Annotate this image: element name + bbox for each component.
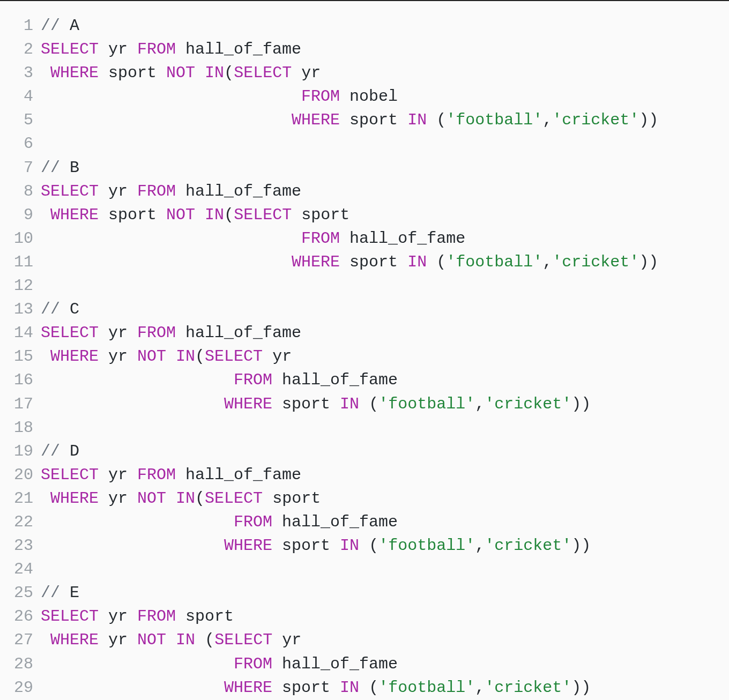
token: WHERE	[50, 206, 99, 224]
token: FROM	[234, 655, 272, 673]
line-number: 1	[0, 14, 41, 38]
code-content: SELECT yr FROM sport	[41, 605, 729, 628]
token: ,	[475, 679, 485, 697]
token: WHERE	[224, 679, 272, 697]
token: sport	[272, 679, 340, 697]
token	[41, 253, 292, 271]
code-line: 11 WHERE sport IN ('football','cricket')…	[0, 250, 729, 274]
token	[359, 679, 369, 697]
token: ))	[571, 537, 591, 555]
code-content: SELECT yr FROM hall_of_fame	[41, 180, 729, 203]
code-line: 26SELECT yr FROM sport	[0, 605, 729, 628]
code-line: 3 WHERE sport NOT IN(SELECT yr	[0, 61, 729, 85]
code-content	[41, 416, 729, 440]
code-block: 1// A2SELECT yr FROM hall_of_fame3 WHERE…	[0, 1, 729, 700]
code-line: 21 WHERE yr NOT IN(SELECT sport	[0, 487, 729, 510]
token: FROM	[137, 182, 176, 200]
code-content: SELECT yr FROM hall_of_fame	[41, 463, 729, 487]
code-content	[41, 557, 729, 581]
token: IN	[176, 347, 195, 366]
token: (	[195, 347, 205, 366]
token: IN	[407, 111, 427, 129]
token: sport	[340, 111, 407, 129]
token: NOT	[166, 206, 195, 224]
code-line: 25// E	[0, 581, 729, 605]
token: (	[436, 111, 446, 129]
token: (	[195, 489, 205, 508]
code-content: WHERE sport IN ('football','cricket'))	[41, 676, 729, 699]
token: ,	[542, 253, 552, 271]
token: sport	[292, 206, 349, 224]
token: SELECT	[41, 182, 99, 200]
token	[41, 111, 292, 129]
token: IN	[176, 631, 195, 649]
line-number: 22	[0, 510, 41, 534]
code-content: WHERE sport IN ('football','cricket'))	[41, 108, 729, 132]
line-number: 29	[0, 676, 41, 699]
code-line: 17 WHERE sport IN ('football','cricket')…	[0, 392, 729, 416]
line-number: 4	[0, 85, 41, 108]
token: SELECT	[41, 324, 99, 342]
token: ,	[475, 395, 485, 413]
token: IN	[340, 537, 359, 555]
token: SELECT	[41, 466, 99, 484]
token: 'football'	[446, 253, 542, 271]
token: SELECT	[41, 607, 99, 625]
token: WHERE	[224, 395, 272, 413]
token: SELECT	[234, 64, 292, 82]
token: yr	[99, 347, 137, 366]
token: (	[436, 253, 446, 271]
token: //	[41, 442, 70, 460]
code-line: 20SELECT yr FROM hall_of_fame	[0, 463, 729, 487]
code-content	[41, 274, 729, 297]
line-number: 12	[0, 274, 41, 297]
token	[359, 537, 369, 555]
token: hall_of_fame	[272, 513, 398, 531]
token	[427, 253, 436, 271]
token	[195, 64, 205, 82]
token: A	[70, 17, 79, 35]
code-content: FROM hall_of_fame	[41, 368, 729, 392]
code-line: 7// B	[0, 156, 729, 180]
token: WHERE	[50, 489, 99, 508]
token: (	[369, 679, 378, 697]
token: D	[70, 442, 79, 460]
token: sport	[176, 607, 234, 625]
code-line: 12	[0, 274, 729, 297]
line-number: 26	[0, 605, 41, 628]
line-number: 3	[0, 61, 41, 85]
token: nobel	[340, 87, 398, 106]
token: hall_of_fame	[272, 371, 398, 389]
token	[166, 631, 176, 649]
token: IN	[205, 206, 224, 224]
token: yr	[292, 64, 321, 82]
line-number: 7	[0, 156, 41, 180]
line-number: 25	[0, 581, 41, 605]
code-line: 14SELECT yr FROM hall_of_fame	[0, 321, 729, 345]
line-number: 15	[0, 345, 41, 368]
line-number: 18	[0, 416, 41, 440]
token: SELECT	[234, 206, 292, 224]
token: IN	[176, 489, 195, 508]
token	[427, 111, 436, 129]
code-content: // D	[41, 440, 729, 463]
code-content: FROM nobel	[41, 85, 729, 108]
code-content: // B	[41, 156, 729, 180]
token: FROM	[137, 324, 176, 342]
token	[41, 513, 234, 531]
code-line: 9 WHERE sport NOT IN(SELECT sport	[0, 203, 729, 227]
code-content: WHERE yr NOT IN(SELECT yr	[41, 345, 729, 368]
code-line: 18	[0, 416, 729, 440]
code-line: 27 WHERE yr NOT IN (SELECT yr	[0, 628, 729, 652]
token	[41, 64, 50, 82]
token	[359, 395, 369, 413]
code-line: 2SELECT yr FROM hall_of_fame	[0, 38, 729, 61]
token: ))	[639, 111, 658, 129]
line-number: 5	[0, 108, 41, 132]
code-container: 1// A2SELECT yr FROM hall_of_fame3 WHERE…	[0, 0, 729, 700]
code-line: 15 WHERE yr NOT IN(SELECT yr	[0, 345, 729, 368]
token	[41, 655, 234, 673]
code-line: 28 FROM hall_of_fame	[0, 652, 729, 676]
line-number: 16	[0, 368, 41, 392]
line-number: 20	[0, 463, 41, 487]
